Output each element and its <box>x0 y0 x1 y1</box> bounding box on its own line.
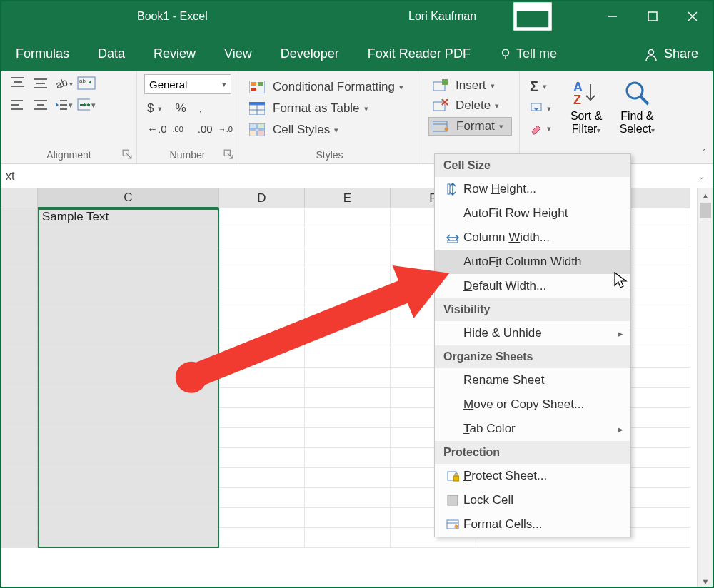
cell[interactable] <box>305 348 391 368</box>
cell[interactable] <box>219 428 305 448</box>
format-cells-button[interactable]: Format <box>428 117 512 136</box>
cell[interactable] <box>305 248 391 268</box>
cell[interactable] <box>305 428 391 448</box>
maximize-button[interactable] <box>633 1 673 31</box>
tell-me[interactable]: Tell me <box>499 46 557 61</box>
cell[interactable] <box>219 488 305 508</box>
cell[interactable] <box>219 508 305 528</box>
cell[interactable] <box>219 448 305 468</box>
menu-item-format-cells[interactable]: Format Cells... <box>435 512 630 537</box>
menu-item-protect-sheet[interactable]: Protect Sheet... <box>435 464 630 488</box>
tab-foxit[interactable]: Foxit Reader PDF <box>368 46 471 61</box>
delete-cells-button[interactable]: Delete <box>428 97 512 114</box>
cell[interactable] <box>305 228 391 248</box>
number-launcher-icon[interactable] <box>223 149 233 159</box>
cell[interactable] <box>305 528 391 548</box>
menu-item-autofit-column-width[interactable]: AutoFit Column Width <box>435 250 630 274</box>
cell[interactable] <box>219 288 305 308</box>
scroll-thumb[interactable] <box>700 203 711 218</box>
cell[interactable] <box>38 368 219 388</box>
cell[interactable] <box>305 308 391 328</box>
increase-decimal-button[interactable]: ←.0.00 <box>144 121 186 136</box>
cell[interactable] <box>305 288 391 308</box>
tab-developer[interactable]: Developer <box>281 46 339 61</box>
menu-item-lock-cell[interactable]: Lock Cell <box>435 488 630 512</box>
cell[interactable] <box>38 468 219 488</box>
menu-item-move-or-copy-sheet[interactable]: Move or Copy Sheet... <box>435 392 630 417</box>
cell[interactable] <box>38 488 219 508</box>
cell[interactable] <box>219 468 305 488</box>
insert-cells-button[interactable]: Insert <box>428 77 512 94</box>
tab-formulas[interactable]: Formulas <box>16 46 69 61</box>
align-center-icon[interactable] <box>31 96 50 114</box>
expand-formula-bar-icon[interactable]: ⌄ <box>698 171 705 181</box>
cell[interactable] <box>38 528 219 548</box>
currency-button[interactable]: $ <box>144 100 165 117</box>
fill-button[interactable] <box>527 101 561 116</box>
cell[interactable] <box>305 268 391 288</box>
cell[interactable] <box>38 448 219 468</box>
menu-item-rename-sheet[interactable]: Rename Sheet <box>435 368 630 392</box>
col-header-e[interactable]: E <box>305 188 391 208</box>
cell[interactable] <box>305 328 391 348</box>
cell[interactable] <box>305 508 391 528</box>
scroll-down-arrow-icon[interactable]: ▼ <box>698 574 713 588</box>
cell[interactable]: Sample Text <box>38 208 219 228</box>
cell[interactable] <box>38 308 219 328</box>
tab-review[interactable]: Review <box>154 46 196 61</box>
cell[interactable] <box>305 408 391 428</box>
clear-button[interactable] <box>527 121 561 136</box>
cell[interactable] <box>38 388 219 408</box>
cell[interactable] <box>38 428 219 448</box>
vertical-scrollbar[interactable]: ▲ ▼ <box>697 188 713 588</box>
cell[interactable] <box>219 388 305 408</box>
orientation-icon[interactable]: ab▾ <box>54 74 73 93</box>
number-format-combo[interactable]: General▾ <box>144 74 231 94</box>
cell[interactable] <box>219 328 305 348</box>
menu-item-column-width[interactable]: Column Width... <box>435 225 630 250</box>
cell[interactable] <box>219 248 305 268</box>
scroll-up-arrow-icon[interactable]: ▲ <box>698 188 713 203</box>
conditional-formatting-button[interactable]: Conditional Formatting <box>246 78 413 96</box>
cell[interactable] <box>219 408 305 428</box>
align-left-icon[interactable] <box>9 96 27 114</box>
cell[interactable] <box>38 328 219 348</box>
cell[interactable] <box>38 268 219 288</box>
col-header-blank[interactable] <box>1 188 38 208</box>
tab-view[interactable]: View <box>224 46 252 61</box>
align-middle-icon[interactable] <box>31 74 50 93</box>
collapse-ribbon-icon[interactable]: ˄ <box>702 148 707 159</box>
menu-item-autofit-row-height[interactable]: AutoFit Row Height <box>435 201 630 225</box>
cell-styles-button[interactable]: Cell Styles <box>246 121 413 138</box>
cell[interactable] <box>305 488 391 508</box>
cell[interactable] <box>38 508 219 528</box>
wrap-text-icon[interactable]: ab <box>77 74 96 93</box>
cell[interactable] <box>305 208 391 228</box>
comma-button[interactable]: , <box>196 100 206 117</box>
cell[interactable] <box>38 348 219 368</box>
decrease-indent-icon[interactable] <box>54 96 73 114</box>
format-as-table-button[interactable]: Format as Table <box>246 100 413 117</box>
cell[interactable] <box>38 408 219 428</box>
cell[interactable] <box>305 448 391 468</box>
cell[interactable] <box>219 308 305 328</box>
cell[interactable] <box>219 208 305 228</box>
align-top-icon[interactable] <box>9 74 27 93</box>
cell[interactable] <box>305 468 391 488</box>
cell[interactable] <box>38 288 219 308</box>
menu-item-tab-color[interactable]: Tab Color <box>435 417 630 441</box>
autosum-button[interactable]: Σ <box>527 77 561 96</box>
menu-item-row-height[interactable]: Row Height... <box>435 177 630 201</box>
percent-button[interactable]: % <box>172 100 188 117</box>
cell[interactable] <box>305 368 391 388</box>
cell[interactable] <box>219 228 305 248</box>
find-select-button[interactable]: Find &Select▾ <box>612 74 663 162</box>
cell[interactable] <box>305 388 391 408</box>
menu-item-hide-unhide[interactable]: Hide & Unhide <box>435 321 630 345</box>
ribbon-display-options[interactable] <box>513 1 553 31</box>
minimize-button[interactable] <box>593 1 633 31</box>
cell[interactable] <box>219 268 305 288</box>
menu-item-default-width[interactable]: Default Width... <box>435 274 630 298</box>
tab-data[interactable]: Data <box>98 46 125 61</box>
cell[interactable] <box>219 348 305 368</box>
